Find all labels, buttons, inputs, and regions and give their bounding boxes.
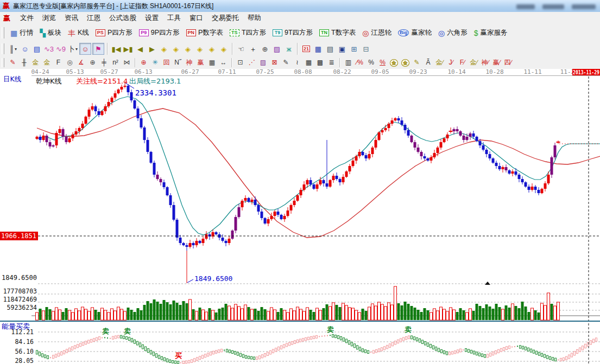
tool-info-doc-icon[interactable]: ▤ [31, 43, 42, 54]
kline-chart-svg[interactable]: 04-2405-1305-2706-1306-2707-1107-2508-08… [0, 69, 600, 364]
title-bar-right-blurred[interactable] [509, 3, 596, 11]
tool-compass-icon[interactable]: ⊕ [87, 58, 98, 68]
toolbar-button-t-number-table[interactable]: TNT数字表 [316, 27, 359, 39]
tool-j-angle-icon[interactable]: J∕ [446, 58, 456, 68]
blurred-control-2[interactable] [542, 4, 564, 9]
tool-crosshair-tool-icon[interactable]: ＋ [248, 43, 258, 54]
toolbar-button-9p-square[interactable]: P99P四方形 [136, 27, 183, 39]
tool-star-teal-icon[interactable]: ✳ [150, 58, 160, 68]
tool-stamp-purple-icon[interactable]: ▨ [271, 43, 282, 54]
tool-grid-dark-2-icon[interactable]: ▩ [315, 58, 325, 68]
tool-wave-3-icon[interactable]: ∿3 [43, 43, 54, 54]
tool-prev-bar-icon[interactable]: ◀ [135, 43, 146, 54]
tool-smart-analysis-red-icon[interactable]: ☺ [79, 43, 91, 55]
tool-kline-style-icon[interactable]: ║▾ [8, 43, 18, 54]
menu-item-浏览[interactable]: 浏览 [38, 13, 60, 23]
toolbar-button-p-number-table[interactable]: PNP数字表 [183, 27, 226, 39]
menu-item-设置[interactable]: 设置 [141, 13, 163, 23]
tool-ying-angle-icon[interactable]: 赢∕ [491, 58, 502, 68]
tool-angle-pen-icon[interactable]: ∡ [76, 58, 86, 68]
tool-gold-circle-icon[interactable]: 金 [389, 58, 399, 68]
tool-fan-box-icon[interactable]: ▨ [258, 58, 268, 68]
tool-grid-ruler-icon[interactable]: ╫ [19, 58, 29, 68]
toolbar-button-sectors[interactable]: ▚板块 [36, 27, 65, 39]
tool-percent-icon[interactable]: % [366, 58, 376, 68]
toolbar-grip[interactable] [2, 58, 4, 67]
tool-wave-9-icon[interactable]: ∿9 [55, 43, 66, 54]
tool-pen-black-icon[interactable]: ✎ [281, 58, 291, 68]
toolbar-button-gann-wheel[interactable]: ◎江恩轮 [359, 27, 395, 39]
tool-gold-square-2-icon[interactable]: 金 [42, 58, 52, 68]
tool-a-wave-icon[interactable]: Ã [423, 58, 433, 68]
tool-n-mark-icon[interactable]: Ν˝ [173, 58, 183, 68]
dropdown-arrow-icon[interactable]: ▾ [15, 46, 17, 53]
tool-save-icon[interactable]: ▣ [337, 43, 348, 54]
tool-bars-scale-icon[interactable]: ▥ [343, 58, 353, 68]
tool-gold-angle-2-icon[interactable]: 金∕ [469, 58, 479, 68]
tool-si-angle-icon[interactable]: 四∕ [503, 58, 513, 68]
tool-pattern-teal-icon[interactable]: ж [283, 43, 294, 54]
blurred-control-1[interactable] [516, 4, 535, 9]
tool-box-anchor-icon[interactable]: ⊡ [235, 58, 245, 68]
tool-gold-angle-icon[interactable]: 金∕ [434, 58, 445, 68]
menu-item-帮助[interactable]: 帮助 [243, 13, 266, 23]
tool-next-bar-icon[interactable]: ▶ [147, 43, 157, 54]
tool-remote-pc-icon[interactable]: ⊟ [361, 43, 371, 54]
tool-grid-123-icon[interactable]: ▦ [207, 58, 217, 68]
menu-item-窗口[interactable]: 窗口 [185, 13, 207, 23]
tool-ray-fan-red-icon[interactable]: ⋰ [247, 58, 257, 68]
tool-hatch-icon[interactable]: ≣ [326, 58, 337, 68]
toolbar-button-quotes[interactable]: ▦行情 [7, 27, 36, 39]
toolbar-button-p-square[interactable]: PSP四方形 [92, 27, 136, 39]
dropdown-arrow-icon[interactable]: ▾ [75, 46, 78, 53]
tool-ying-grid-icon[interactable]: 赢 [195, 58, 206, 68]
tool-pen-red-icon[interactable]: ✎ [8, 58, 18, 68]
toolbar-grip[interactable] [2, 27, 4, 39]
tool-percent-slash-icon[interactable]: ∕% [355, 58, 365, 68]
tool-f-angle-icon[interactable]: F∕ [457, 58, 468, 68]
tool-gann-diamond-right-icon[interactable]: ◈ [170, 43, 181, 54]
tool-zoom-tool-icon[interactable]: ⊕ [260, 43, 270, 54]
tool-span-arrows-icon[interactable]: ↔ [218, 58, 229, 68]
tool-draw-flag-icon[interactable]: ⚑ [92, 43, 104, 55]
tool-target-red-icon[interactable]: ⊕ [138, 58, 149, 68]
tool-calendar-icon[interactable]: 21 [301, 43, 312, 54]
toolbar-button-winner-service[interactable]: $赢家服务 [471, 27, 511, 39]
tool-calculator-icon[interactable]: ▦ [313, 43, 324, 54]
tool-gold-square-icon[interactable]: 金 [30, 58, 41, 68]
menu-item-江恩[interactable]: 江恩 [83, 13, 105, 23]
tool-mirror-triangle-icon[interactable]: ⋈ [122, 58, 132, 68]
menu-item-资讯[interactable]: 资讯 [60, 13, 83, 23]
menu-item-工具[interactable]: 工具 [163, 13, 185, 23]
chart-area[interactable]: 04-2405-1305-2706-1306-2707-1107-2508-08… [0, 69, 600, 364]
tool-ruler-2-icon[interactable]: ╪ [99, 58, 109, 68]
menu-item-公式选股[interactable]: 公式选股 [105, 13, 141, 23]
toolbar-button-t-square[interactable]: TST四方形 [226, 27, 269, 39]
tool-gold-circle-2-icon[interactable]: 金 [400, 58, 410, 68]
tool-gann-diamond-vertical-icon[interactable]: ◈ [218, 43, 229, 54]
tool-hui-grid-icon[interactable]: 回 [161, 58, 172, 68]
tool-gann-diamond-left-icon[interactable]: ◈ [159, 43, 169, 54]
tool-last-bar-icon[interactable]: ▶▮ [123, 43, 134, 54]
toolbar-grip[interactable] [2, 43, 4, 54]
tool-first-bar-icon[interactable]: ▮◀ [111, 43, 122, 54]
toolbar-button-kline[interactable]: 丰K线 [65, 27, 92, 39]
toolbar-button-winner-wheel[interactable]: Big赢家轮 [395, 27, 435, 39]
menu-item-交易委托[interactable]: 交易委托 [207, 13, 243, 23]
tool-hand-tool-icon[interactable]: ☜ [236, 43, 247, 54]
tool-grid-dark-icon[interactable]: ▦ [304, 58, 314, 68]
tool-f-grid-icon[interactable]: F [53, 58, 64, 68]
tool-thin-candle-icon[interactable]: 卜▾ [67, 43, 78, 54]
tool-box-x-icon[interactable]: ⊠ [269, 58, 280, 68]
tool-smart-analysis-blue-icon[interactable]: ☺ [20, 43, 30, 54]
tool-gann-diamond-cross-icon[interactable]: ◈ [194, 43, 205, 54]
tool-n2-grid-icon[interactable]: n² [110, 58, 121, 68]
tool-gann-diamond-horizontal-icon[interactable]: ◈ [182, 43, 193, 54]
menu-item-文件[interactable]: 文件 [16, 13, 38, 23]
tool-spiral-icon[interactable]: ◎ [65, 58, 75, 68]
blurred-control-3[interactable] [572, 4, 596, 9]
toolbar-button-9t-square[interactable]: T99T四方形 [269, 27, 316, 39]
toolbar-button-hexagon[interactable]: ◎六角形 [435, 27, 471, 39]
tool-shen-angle-icon[interactable]: 神∕ [480, 58, 490, 68]
tool-percent-line-icon[interactable]: % [377, 58, 388, 68]
